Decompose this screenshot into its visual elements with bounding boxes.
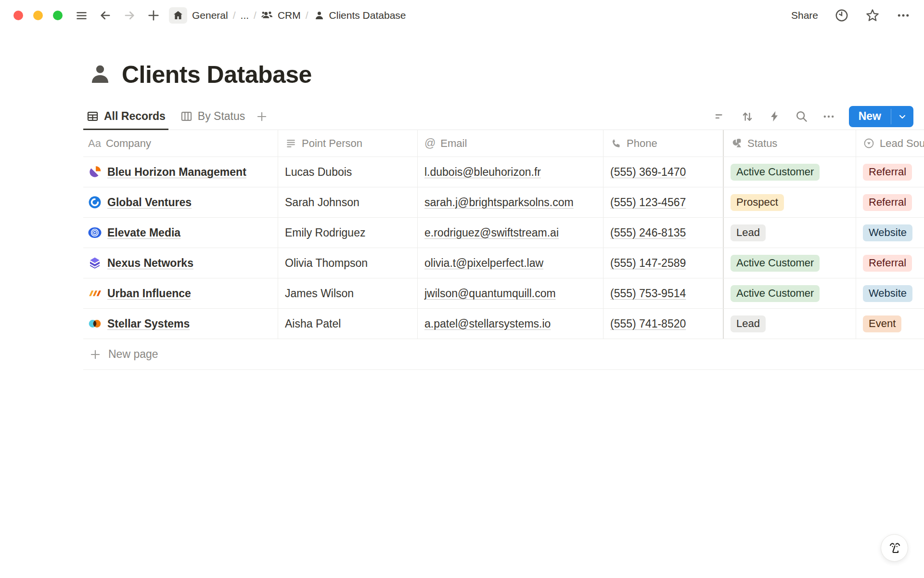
urban-influence-logo bbox=[88, 287, 102, 300]
company-title-link[interactable]: Urban Influence bbox=[107, 287, 191, 300]
point-person-cell[interactable]: Olivia Thompson bbox=[278, 248, 418, 278]
add-view-icon[interactable] bbox=[256, 110, 268, 123]
updates-clock-icon[interactable] bbox=[834, 8, 849, 23]
lead-source-cell[interactable]: Website bbox=[856, 218, 924, 248]
zoom-window-button[interactable] bbox=[53, 11, 63, 20]
email-cell[interactable]: a.patel@stellarsystems.io bbox=[418, 309, 603, 339]
lead-source-cell[interactable]: Referral bbox=[856, 248, 924, 278]
new-page-row[interactable]: New page bbox=[83, 339, 924, 370]
new-record-button[interactable]: New bbox=[849, 106, 913, 127]
view-tab-bar: All Records By Status bbox=[83, 103, 924, 130]
column-header-lead-source[interactable]: Lead Source bbox=[856, 130, 924, 157]
column-header-phone[interactable]: Phone bbox=[603, 130, 724, 157]
column-header-company[interactable]: Aa Company bbox=[83, 130, 278, 157]
phone-cell[interactable]: (555) 147-2589 bbox=[603, 248, 724, 278]
lead-source-badge: Website bbox=[863, 224, 912, 241]
tab-all-records[interactable]: All Records bbox=[83, 103, 168, 130]
email-cell[interactable]: l.dubois@bleuhorizon.fr bbox=[418, 157, 603, 187]
company-title-link[interactable]: Global Ventures bbox=[107, 196, 192, 209]
breadcrumb-item-general[interactable]: General bbox=[192, 10, 228, 21]
status-cell[interactable]: Lead bbox=[724, 218, 856, 248]
tab-by-status[interactable]: By Status bbox=[177, 103, 248, 130]
breadcrumb-item-crm[interactable]: CRM bbox=[261, 9, 301, 22]
automations-lightning-icon[interactable] bbox=[768, 110, 781, 123]
search-icon[interactable] bbox=[795, 109, 808, 123]
new-tab-icon[interactable] bbox=[147, 9, 160, 22]
phone-cell[interactable]: (555) 246-8135 bbox=[603, 218, 724, 248]
lead-source-cell[interactable]: Referral bbox=[856, 157, 924, 187]
point-person-cell[interactable]: Aisha Patel bbox=[278, 309, 418, 339]
page-icon-person[interactable] bbox=[87, 62, 113, 88]
lead-source-cell[interactable]: Event bbox=[856, 309, 924, 339]
window-controls bbox=[13, 11, 63, 20]
point-person-cell[interactable]: Lucas Dubois bbox=[278, 157, 418, 187]
sort-icon[interactable] bbox=[740, 109, 755, 124]
lead-source-cell[interactable]: Referral bbox=[856, 187, 924, 217]
forward-icon[interactable] bbox=[123, 9, 136, 22]
phone-cell[interactable]: (555) 741-8520 bbox=[603, 309, 724, 339]
minimize-window-button[interactable] bbox=[33, 11, 43, 20]
email-cell[interactable]: sarah.j@brightsparksolns.com bbox=[418, 187, 603, 217]
sidebar-toggle-icon[interactable] bbox=[75, 9, 88, 22]
company-title-link[interactable]: Stellar Systems bbox=[107, 317, 190, 330]
breadcrumb-separator: / bbox=[254, 10, 257, 21]
point-person-cell[interactable]: Emily Rodriguez bbox=[278, 218, 418, 248]
status-cell[interactable]: Active Customer bbox=[724, 248, 856, 278]
status-cell[interactable]: Prospect bbox=[724, 187, 856, 217]
notion-ai-button[interactable] bbox=[881, 534, 908, 562]
email-cell[interactable]: jwilson@quantumquill.com bbox=[418, 278, 603, 308]
company-cell[interactable]: Bleu Horizon Management bbox=[83, 157, 278, 187]
table-view-icon bbox=[86, 110, 99, 123]
filter-icon[interactable] bbox=[713, 110, 727, 123]
ai-face-icon bbox=[886, 539, 903, 557]
lead-source-badge: Event bbox=[863, 315, 901, 332]
new-page-label: New page bbox=[108, 348, 158, 361]
status-badge: Lead bbox=[731, 315, 766, 332]
email-cell[interactable]: e.rodriguez@swiftstream.ai bbox=[418, 218, 603, 248]
status-cell[interactable]: Active Customer bbox=[724, 278, 856, 308]
company-title-link[interactable]: Bleu Horizon Management bbox=[107, 166, 246, 179]
company-cell[interactable]: Elevate Media bbox=[83, 218, 278, 248]
status-badge: Active Customer bbox=[731, 255, 820, 272]
lead-source-badge: Referral bbox=[863, 194, 912, 211]
tab-label: By Status bbox=[198, 110, 245, 123]
column-header-status[interactable]: Status bbox=[724, 130, 856, 157]
email-cell[interactable]: olivia.t@pixelperfect.law bbox=[418, 248, 603, 278]
column-header-point-person[interactable]: Point Person bbox=[278, 130, 418, 157]
table-row: Elevate Media Emily Rodriguez e.rodrigue… bbox=[83, 218, 924, 248]
table-body: Bleu Horizon Management Lucas Dubois l.d… bbox=[83, 157, 924, 339]
company-title-link[interactable]: Elevate Media bbox=[107, 226, 180, 239]
chevron-down-icon[interactable] bbox=[891, 106, 913, 127]
phone-cell[interactable]: (555) 123-4567 bbox=[603, 187, 724, 217]
point-person-cell[interactable]: James Wilson bbox=[278, 278, 418, 308]
phone-cell[interactable]: (555) 369-1470 bbox=[603, 157, 724, 187]
status-cell[interactable]: Lead bbox=[724, 309, 856, 339]
point-person-cell[interactable]: Sarah Johnson bbox=[278, 187, 418, 217]
phone-property-icon bbox=[610, 138, 622, 149]
back-icon[interactable] bbox=[99, 9, 112, 22]
table-row: Bleu Horizon Management Lucas Dubois l.d… bbox=[83, 157, 924, 187]
company-cell[interactable]: Stellar Systems bbox=[83, 309, 278, 339]
home-icon[interactable] bbox=[169, 7, 187, 24]
company-cell[interactable]: Nexus Networks bbox=[83, 248, 278, 278]
column-header-email[interactable]: @ Email bbox=[418, 130, 603, 157]
breadcrumb-item-clients-database[interactable]: Clients Database bbox=[313, 10, 406, 22]
company-title-link[interactable]: Nexus Networks bbox=[107, 257, 193, 270]
column-label: Phone bbox=[627, 137, 657, 150]
company-cell[interactable]: Global Ventures bbox=[83, 187, 278, 217]
lead-source-cell[interactable]: Website bbox=[856, 278, 924, 308]
lead-source-badge: Website bbox=[863, 285, 912, 302]
breadcrumb-item-ellipsis[interactable]: ... bbox=[241, 10, 249, 21]
breadcrumb-separator: / bbox=[233, 10, 236, 21]
column-label: Email bbox=[440, 137, 467, 150]
phone-cell[interactable]: (555) 753-9514 bbox=[603, 278, 724, 308]
share-button[interactable]: Share bbox=[791, 10, 818, 21]
close-window-button[interactable] bbox=[13, 11, 23, 20]
more-options-icon[interactable] bbox=[896, 8, 911, 23]
company-cell[interactable]: Urban Influence bbox=[83, 278, 278, 308]
view-more-icon[interactable] bbox=[822, 110, 835, 123]
favorite-star-icon[interactable] bbox=[865, 8, 880, 23]
breadcrumb-label: General bbox=[192, 10, 228, 21]
column-label: Company bbox=[106, 137, 151, 150]
status-cell[interactable]: Active Customer bbox=[724, 157, 856, 187]
